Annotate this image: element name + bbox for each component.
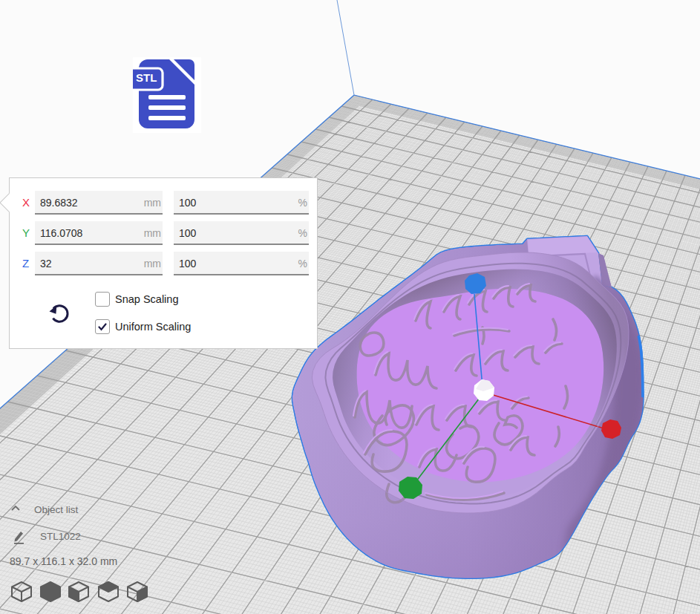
svg-text:STL: STL bbox=[136, 71, 157, 84]
